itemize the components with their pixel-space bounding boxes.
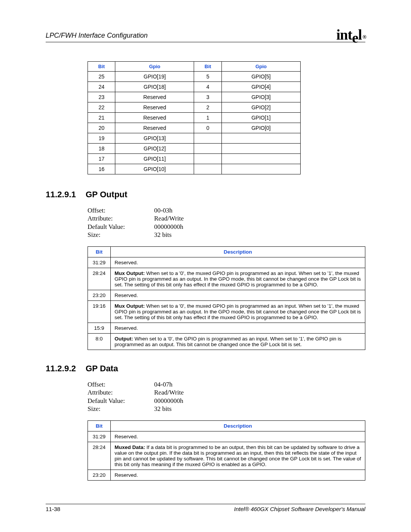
table-row: 20Reserved0GPIO[0] xyxy=(88,123,301,133)
attr-row: Size:32 bits xyxy=(88,405,365,413)
table-row: 19GPIO[13] xyxy=(88,133,301,144)
intel-logo: intel® xyxy=(336,28,365,41)
col-gpio-2: Gpio xyxy=(221,62,300,72)
table-row: 18GPIO[12] xyxy=(88,144,301,154)
section-heading-gp-output: 11.2.9.1GP Output xyxy=(46,190,365,200)
gp-output-attrs: Offset:00-03hAttribute:Read/WriteDefault… xyxy=(88,206,365,239)
page-number: 11-38 xyxy=(46,506,60,512)
table-row: 28:24Muxed Data: If a data bit is progra… xyxy=(88,442,365,470)
table-row: 23Reserved3GPIO[3] xyxy=(88,92,301,102)
table-row: 19:16Mux Output: When set to a '0', the … xyxy=(88,301,365,323)
attr-row: Size:32 bits xyxy=(88,231,365,239)
gpio-bit-table: Bit Gpio Bit Gpio 25GPIO[19]5GPIO[5]24GP… xyxy=(88,61,301,174)
attr-row: Attribute:Read/Write xyxy=(88,214,365,222)
gp-output-desc-table: Bit Description 31:29Reserved.28:24Mux O… xyxy=(88,246,365,350)
attr-row: Offset:04-07h xyxy=(88,380,365,388)
table-row: 22Reserved2GPIO[2] xyxy=(88,102,301,113)
table-row: 15:9Reserved. xyxy=(88,323,365,334)
table-row: 16GPIO[10] xyxy=(88,164,301,174)
table-row: 8:0Output: When set to a '0', the GPIO p… xyxy=(88,334,365,350)
attr-row: Default Value:00000000h xyxy=(88,397,365,405)
page-header: LPC/FWH Interface Configuration intel® xyxy=(46,27,365,42)
table-row: 23:20Reserved. xyxy=(88,470,365,481)
col-gpio-1: Gpio xyxy=(115,62,194,72)
table-row: 23:20Reserved. xyxy=(88,290,365,301)
col-bit-1: Bit xyxy=(88,62,115,72)
page-footer: 11-38 Intel® 460GX Chipset Software Deve… xyxy=(46,504,365,512)
table-row: 31:29Reserved. xyxy=(88,431,365,442)
header-title: LPC/FWH Interface Configuration xyxy=(46,32,148,40)
table-row: 25GPIO[19]5GPIO[5] xyxy=(88,72,301,82)
table-row: 24GPIO[18]4GPIO[4] xyxy=(88,82,301,92)
attr-row: Default Value:00000000h xyxy=(88,223,365,231)
table-row: 31:29Reserved. xyxy=(88,257,365,268)
table-row: 21Reserved1GPIO[1] xyxy=(88,113,301,123)
footer-manual-title: Intel® 460GX Chipset Software Developer'… xyxy=(234,506,365,512)
col-bit-2: Bit xyxy=(194,62,221,72)
gp-data-desc-table: Bit Description 31:29Reserved.28:24Muxed… xyxy=(88,420,365,481)
attr-row: Attribute:Read/Write xyxy=(88,388,365,396)
table-row: 28:24Mux Output: When set to a '0', the … xyxy=(88,268,365,290)
section-heading-gp-data: 11.2.9.2GP Data xyxy=(46,364,365,374)
attr-row: Offset:00-03h xyxy=(88,206,365,214)
table-row: 17GPIO[11] xyxy=(88,154,301,164)
gp-data-attrs: Offset:04-07hAttribute:Read/WriteDefault… xyxy=(88,380,365,413)
